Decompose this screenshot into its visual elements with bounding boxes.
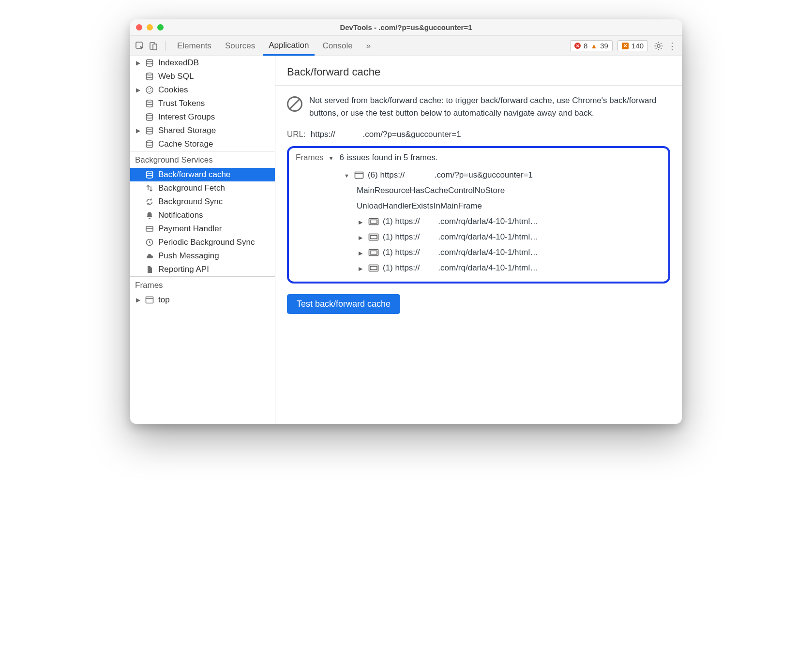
svg-point-22	[147, 141, 153, 143]
sidebar-item-trust-tokens[interactable]: Trust Tokens	[130, 97, 275, 110]
sidebar-item-label: Reporting API	[158, 265, 209, 274]
kebab-menu-icon[interactable]: ⋮	[666, 40, 678, 52]
doc-icon	[145, 265, 154, 274]
issues-count: 140	[632, 42, 644, 50]
devtools-window: DevTools - .com/?p=us&guccounter=1 Eleme…	[130, 19, 682, 424]
svg-rect-36	[370, 251, 377, 254]
errors-warnings-chip[interactable]: ✕ 8 ▲ 39	[570, 40, 613, 51]
settings-icon[interactable]	[653, 41, 664, 51]
issue-reason-row[interactable]: MainResourceHasCacheControlNoStore	[344, 183, 662, 198]
iframe-icon	[368, 233, 379, 241]
minimize-window-button[interactable]	[147, 24, 153, 30]
url-key: URL:	[287, 130, 306, 139]
frame-child-row[interactable]: (1) https:// .com/rq/darla/4-10-1/html…	[344, 245, 662, 260]
svg-point-13	[147, 73, 153, 75]
sidebar-frame-top[interactable]: ▶ top	[130, 293, 275, 307]
card-icon	[145, 224, 154, 233]
svg-point-19	[147, 100, 153, 102]
test-bfcache-button[interactable]: Test back/forward cache	[287, 294, 400, 314]
db-icon	[145, 99, 154, 108]
frame-root-row[interactable]: (6) https:// .com/?p=us&guccounter=1	[344, 167, 662, 183]
sidebar-item-cache-storage[interactable]: Cache Storage	[130, 137, 275, 151]
svg-line-9	[661, 48, 662, 49]
sidebar-item-reporting-api[interactable]: Reporting API	[130, 263, 275, 276]
chevron-right-icon	[359, 217, 364, 226]
warning-count: 39	[600, 42, 608, 50]
sidebar-item-indexeddb[interactable]: ▶IndexedDB	[130, 56, 275, 70]
inspect-element-icon[interactable]	[134, 41, 146, 51]
frame-child-label: (1) https:// .com/rq/darla/4-10-1/html…	[383, 217, 538, 226]
tab-sources[interactable]: Sources	[219, 36, 261, 56]
sidebar-item-payment-handler[interactable]: Payment Handler	[130, 222, 275, 236]
svg-point-20	[147, 114, 153, 116]
sidebar-item-periodic-background-sync[interactable]: Periodic Background Sync	[130, 236, 275, 249]
svg-point-12	[147, 60, 153, 61]
frames-issues-box: Frames 6 issues found in 5 frames. (6) h…	[287, 146, 670, 284]
db-icon	[145, 113, 154, 121]
sidebar-item-label: IndexedDB	[158, 58, 199, 68]
error-count: 8	[584, 42, 587, 50]
close-window-button[interactable]	[136, 24, 142, 30]
sidebar-item-label: Shared Storage	[158, 126, 216, 135]
svg-point-16	[150, 88, 151, 89]
frames-toggle[interactable]	[329, 153, 335, 163]
toolbar-divider	[165, 41, 165, 51]
sidebar-item-cookies[interactable]: ▶Cookies	[130, 83, 275, 97]
sidebar-item-background-fetch[interactable]: Background Fetch	[130, 181, 275, 195]
warning-icon: ▲	[590, 42, 597, 50]
tab-console[interactable]: Console	[316, 36, 358, 56]
frames-summary: 6 issues found in 5 frames.	[340, 153, 438, 163]
sidebar-item-label: Background Fetch	[158, 183, 225, 193]
db-icon	[145, 126, 154, 135]
sidebar-item-label: Push Messaging	[158, 251, 219, 261]
iframe-icon	[368, 218, 379, 225]
error-icon: ✕	[574, 43, 581, 49]
frame-child-row[interactable]: (1) https:// .com/rq/darla/4-10-1/html…	[344, 229, 662, 245]
svg-point-21	[147, 127, 153, 129]
frame-child-row[interactable]: (1) https:// .com/rq/darla/4-10-1/html…	[344, 260, 662, 276]
chevron-down-icon	[344, 170, 350, 180]
issue-reason-row[interactable]: UnloadHandlerExistsInMainFrame	[344, 198, 662, 214]
url-value: https:// .com/?p=us&guccounter=1	[311, 130, 461, 139]
sidebar-item-label: Back/forward cache	[158, 170, 230, 179]
sidebar-item-background-sync[interactable]: Background Sync	[130, 195, 275, 209]
svg-point-3	[657, 45, 660, 47]
sidebar-item-push-messaging[interactable]: Push Messaging	[130, 249, 275, 263]
not-allowed-icon	[287, 96, 302, 112]
svg-point-23	[147, 171, 153, 173]
svg-rect-2	[153, 44, 157, 50]
svg-line-10	[656, 48, 657, 49]
sidebar-item-label: Interest Groups	[158, 112, 215, 122]
cloud-icon	[145, 252, 154, 260]
titlebar: DevTools - .com/?p=us&guccounter=1	[130, 19, 682, 36]
svg-point-18	[150, 90, 151, 91]
frame-root-label: (6) https:// .com/?p=us&guccounter=1	[368, 170, 533, 180]
tab-application[interactable]: Application	[263, 36, 315, 56]
main-panel: Back/forward cache Not served from back/…	[275, 56, 682, 424]
svg-rect-32	[370, 220, 377, 224]
window-title: DevTools - .com/?p=us&guccounter=1	[340, 23, 472, 31]
sidebar-section-background-services: Background Services	[130, 151, 275, 168]
sidebar-item-web-sql[interactable]: Web SQL	[130, 70, 275, 83]
clock-icon	[145, 238, 154, 247]
sidebar-item-shared-storage[interactable]: ▶Shared Storage	[130, 124, 275, 137]
device-toolbar-icon[interactable]	[148, 41, 159, 51]
iframe-icon	[368, 264, 379, 272]
svg-point-15	[148, 89, 149, 90]
sidebar-item-notifications[interactable]: Notifications	[130, 209, 275, 222]
frame-icon	[145, 296, 154, 304]
issues-chip[interactable]: ✕ 140	[617, 40, 648, 51]
tab-elements[interactable]: Elements	[171, 36, 217, 56]
iframe-icon	[368, 249, 379, 256]
frame-child-row[interactable]: (1) https:// .com/rq/darla/4-10-1/html…	[344, 214, 662, 229]
sidebar-item-back-forward-cache[interactable]: Back/forward cache	[130, 168, 275, 181]
zoom-window-button[interactable]	[157, 24, 164, 30]
status-banner: Not served from back/forward cache: to t…	[287, 94, 670, 119]
frame-child-label: (1) https:// .com/rq/darla/4-10-1/html…	[383, 232, 538, 242]
sidebar-item-interest-groups[interactable]: Interest Groups	[130, 110, 275, 124]
tabs-overflow[interactable]: »	[361, 36, 376, 56]
sidebar-frame-top-label: top	[158, 295, 170, 305]
svg-point-17	[149, 91, 150, 92]
chevron-right-icon	[359, 263, 364, 273]
devtools-toolbar: Elements Sources Application Console » ✕…	[130, 36, 682, 56]
